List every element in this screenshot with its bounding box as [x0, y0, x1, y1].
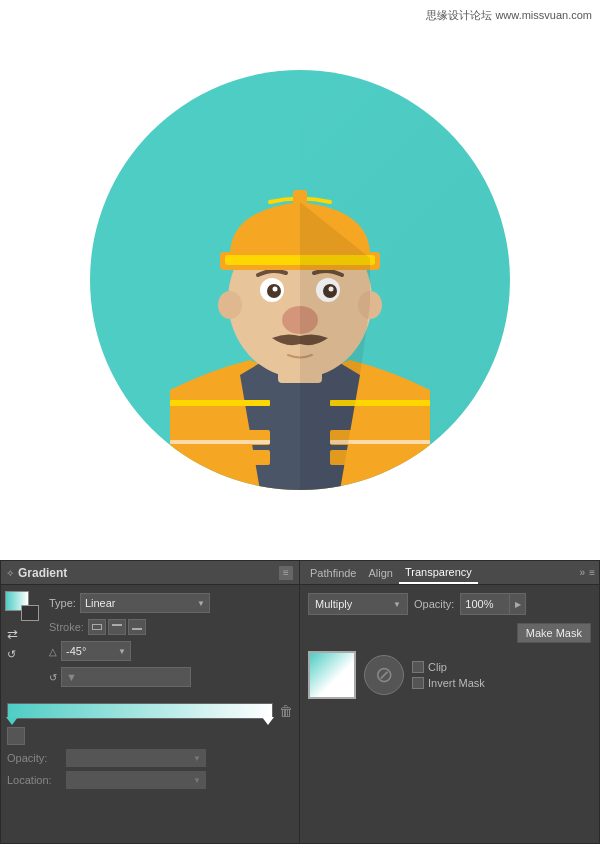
- misc-dropdown-arrow: ▼: [66, 671, 77, 683]
- location-arrow: ▼: [193, 776, 201, 785]
- svg-rect-2: [170, 450, 270, 465]
- stroke-btn-3[interactable]: [128, 619, 146, 635]
- misc-field[interactable]: ▼: [61, 667, 191, 687]
- tab-align-label: Align: [368, 567, 392, 579]
- type-dropdown-arrow: ▼: [197, 599, 205, 608]
- location-row: Location: ▼: [7, 771, 293, 789]
- transparency-tabs: Pathfinde Align Transparency » ≡: [300, 561, 599, 585]
- svg-point-17: [273, 287, 278, 292]
- svg-rect-6: [170, 440, 270, 444]
- tab-transparency-label: Transparency: [405, 566, 472, 578]
- svg-point-10: [218, 291, 242, 319]
- transparency-opacity-value: 100%: [465, 598, 493, 610]
- tab-pathfinder-label: Pathfinde: [310, 567, 356, 579]
- stroke-btn-2[interactable]: [108, 619, 126, 635]
- tab-pathfinder[interactable]: Pathfinde: [304, 561, 362, 584]
- panel-menu-icon: ≡: [283, 567, 289, 578]
- character-svg: [110, 90, 490, 490]
- angle-icon: △: [49, 646, 57, 657]
- gradient-stroke-swatch[interactable]: [21, 605, 39, 621]
- stroke-row: Stroke:: [49, 619, 293, 635]
- tab-transparency[interactable]: Transparency: [399, 561, 478, 584]
- transparency-content: Multiply ▼ Opacity: 100% ▶ Make Mask: [300, 585, 599, 715]
- type-label: Type:: [49, 597, 76, 609]
- invert-mask-checkbox[interactable]: [412, 677, 424, 689]
- panels-area: ⟡ Gradient ≡ ⇄ ↺ Type: Linear ▼: [0, 560, 600, 844]
- opacity-input-group: 100% ▶: [460, 593, 526, 615]
- swap-arrows-icon[interactable]: ⇄: [7, 627, 39, 642]
- gradient-stop-left[interactable]: [6, 717, 18, 725]
- misc-row: ↺ ▼: [49, 667, 293, 687]
- type-dropdown[interactable]: Linear ▼: [80, 593, 210, 613]
- angle-dropdown-arrow: ▼: [118, 647, 126, 656]
- invert-mask-row: Invert Mask: [412, 677, 485, 689]
- gradient-panel: ⟡ Gradient ≡ ⇄ ↺ Type: Linear ▼: [0, 560, 300, 844]
- opacity-arrow: ▼: [193, 754, 201, 763]
- type-value: Linear: [85, 597, 116, 609]
- angle-field[interactable]: -45° ▼: [61, 641, 131, 661]
- opacity-field-label: Opacity:: [7, 752, 62, 764]
- gradient-panel-menu-btn[interactable]: ≡: [279, 566, 293, 580]
- blend-mode-arrow: ▼: [393, 600, 401, 609]
- blend-row: Multiply ▼ Opacity: 100% ▶: [308, 593, 591, 615]
- make-mask-row: Make Mask: [308, 623, 591, 643]
- stroke-label: Stroke:: [49, 621, 84, 633]
- clip-label: Clip: [428, 661, 447, 673]
- watermark: 思缘设计论坛 www.missvuan.com: [426, 8, 592, 23]
- opacity-dropdown[interactable]: ▼: [66, 749, 206, 767]
- tabs-overflow-arrows[interactable]: »: [580, 567, 586, 578]
- panel-collapse-arrows[interactable]: ⟡: [7, 567, 14, 579]
- svg-rect-4: [170, 400, 270, 406]
- gradient-icon-1[interactable]: [7, 727, 25, 745]
- location-field-label: Location:: [7, 774, 62, 786]
- location-dropdown[interactable]: ▼: [66, 771, 206, 789]
- illustration-area: [0, 0, 600, 560]
- gradient-stop-right[interactable]: [262, 717, 274, 725]
- reset-icon[interactable]: ↺: [7, 648, 39, 661]
- opacity-row: Opacity: ▼: [7, 749, 293, 767]
- gradient-bar-section: 🗑: [7, 703, 293, 719]
- mask-thumbnails-row: Clip Invert Mask: [308, 651, 591, 699]
- misc-icon: ↺: [49, 672, 57, 683]
- stroke-btn-1[interactable]: [88, 619, 106, 635]
- gradient-left-icons: ⇄ ↺: [5, 591, 39, 661]
- gradient-panel-titlebar: ⟡ Gradient ≡: [1, 561, 299, 585]
- blend-mode-dropdown[interactable]: Multiply ▼: [308, 593, 408, 615]
- mask-options: Clip Invert Mask: [412, 661, 485, 689]
- angle-row: △ -45° ▼: [49, 641, 293, 661]
- transparency-panel: Pathfinde Align Transparency » ≡ Multipl…: [300, 560, 600, 844]
- invert-mask-label: Invert Mask: [428, 677, 485, 689]
- clip-checkbox[interactable]: [412, 661, 424, 673]
- transparency-opacity-label: Opacity:: [414, 598, 454, 610]
- avatar-circle: [90, 70, 510, 490]
- mask-alpha-circle[interactable]: [364, 655, 404, 695]
- mask-thumbnail-image[interactable]: [308, 651, 356, 699]
- clip-row: Clip: [412, 661, 485, 673]
- mask-thumb-content: [310, 653, 354, 697]
- make-mask-button[interactable]: Make Mask: [517, 623, 591, 643]
- gradient-controls: Type: Linear ▼ Stroke: △ -45°: [43, 585, 299, 703]
- gradient-bottom-icons: [7, 727, 293, 745]
- tabs-menu-icon[interactable]: ≡: [589, 567, 595, 578]
- blend-mode-value: Multiply: [315, 598, 352, 610]
- gradient-panel-title: Gradient: [18, 566, 279, 580]
- type-row: Type: Linear ▼: [49, 593, 293, 613]
- angle-value: -45°: [66, 645, 86, 657]
- transparency-opacity-field[interactable]: 100%: [460, 593, 510, 615]
- gradient-swatch-container[interactable]: [5, 591, 39, 621]
- transparency-opacity-arrow-btn[interactable]: ▶: [510, 593, 526, 615]
- gradient-bar[interactable]: [7, 703, 273, 719]
- tab-align[interactable]: Align: [362, 561, 398, 584]
- stroke-buttons: [88, 619, 146, 635]
- gradient-delete-icon[interactable]: 🗑: [279, 703, 293, 719]
